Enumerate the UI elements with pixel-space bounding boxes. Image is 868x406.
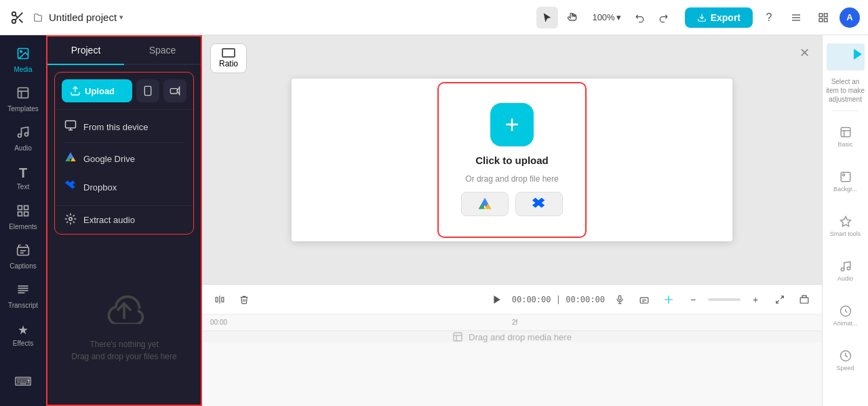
- svg-rect-49: [800, 298, 808, 303]
- cursor-tool-btn[interactable]: [536, 7, 558, 28]
- right-panel-audio[interactable]: Audio: [826, 249, 865, 293]
- svg-marker-42: [494, 296, 500, 304]
- text-label: Text: [17, 183, 29, 190]
- snap-btn[interactable]: [659, 290, 678, 309]
- svg-rect-30: [144, 86, 151, 95]
- svg-point-57: [842, 174, 844, 176]
- svg-line-3: [19, 19, 22, 22]
- upload-overlay-sub: Or drag and drop file here: [465, 174, 558, 184]
- empty-state: There's nothing yet Drag and drop your f…: [47, 241, 201, 405]
- svg-rect-8: [819, 14, 823, 17]
- upload-overlay: + Click to upload Or drag and drop file …: [437, 82, 587, 238]
- close-btn[interactable]: ✕: [795, 43, 814, 62]
- phone-upload-btn[interactable]: [136, 79, 159, 102]
- settings-btn[interactable]: [785, 7, 807, 28]
- templates-label: Templates: [7, 105, 39, 113]
- empty-state-text: There's nothing yet Drag and drop your f…: [71, 338, 176, 363]
- google-drive-item[interactable]: Google Drive: [55, 144, 193, 173]
- google-drive-overlay-btn[interactable]: [461, 192, 509, 216]
- upload-menu-items: From this device Google Drive Dropbox: [55, 110, 193, 204]
- sidebar-item-templates[interactable]: Templates: [3, 80, 43, 118]
- zoom-out-btn[interactable]: −: [684, 290, 703, 309]
- sidebar-item-media[interactable]: Media: [3, 41, 43, 79]
- sidebar-item-text[interactable]: T Text: [3, 159, 43, 197]
- right-panel-basic[interactable]: Basic: [826, 115, 865, 159]
- captions-icon: [16, 243, 30, 260]
- sidebar-item-audio[interactable]: Audio: [3, 119, 43, 157]
- svg-point-13: [20, 50, 22, 52]
- zoom-in-btn[interactable]: +: [746, 290, 765, 309]
- svg-point-18: [25, 132, 28, 136]
- user-avatar[interactable]: A: [840, 7, 860, 28]
- svg-point-0: [12, 12, 16, 16]
- fullscreen-btn[interactable]: [795, 290, 814, 309]
- tab-space[interactable]: Space: [124, 37, 201, 65]
- svg-line-4: [15, 15, 18, 18]
- upload-cloud-icon: [104, 283, 144, 331]
- sidebar-item-effects[interactable]: ★ Effects: [3, 316, 43, 354]
- right-panel-smart-tools[interactable]: Smart tools: [826, 205, 865, 248]
- svg-rect-53: [841, 127, 850, 137]
- zoom-slider[interactable]: [708, 298, 741, 301]
- upload-main-btn[interactable]: Upload: [62, 79, 132, 102]
- svg-rect-50: [454, 333, 462, 341]
- right-panel-divider: [832, 110, 859, 111]
- timeline-toolbar: 00:00:00 | 00:00:00 − +: [202, 285, 822, 314]
- topbar-right: Export ? A: [685, 7, 860, 28]
- svg-rect-14: [18, 87, 28, 98]
- background-label: Backgr...: [833, 186, 857, 192]
- sidebar-item-keyboard[interactable]: ⌨: [3, 363, 43, 401]
- split-tool-btn[interactable]: [210, 290, 229, 309]
- zoom-indicator[interactable]: 100% ▾: [588, 12, 625, 22]
- play-btn[interactable]: [488, 290, 507, 309]
- timeline-time: 00:00:00 | 00:00:00: [512, 295, 605, 304]
- svg-marker-58: [840, 217, 850, 226]
- tab-project[interactable]: Project: [47, 37, 124, 65]
- redo-btn[interactable]: [652, 7, 674, 28]
- svg-rect-46: [640, 298, 648, 303]
- timeline-drop-zone[interactable]: Drag and drop media here: [202, 331, 822, 342]
- app-logo[interactable]: [8, 8, 27, 27]
- help-btn[interactable]: ?: [758, 7, 780, 28]
- sidebar-item-elements[interactable]: Elements: [3, 198, 43, 236]
- dropbox-overlay-btn[interactable]: [515, 192, 563, 216]
- transcript-label: Transcript: [8, 302, 38, 309]
- undo-btn[interactable]: [629, 7, 651, 28]
- svg-rect-9: [824, 14, 827, 17]
- hand-tool-btn[interactable]: [562, 7, 584, 28]
- panel-tabs: Project Space: [47, 37, 201, 65]
- webcam-upload-btn[interactable]: [163, 79, 186, 102]
- canvas-area: Ratio ✕ + Click to upload Or drag and dr…: [202, 35, 822, 406]
- project-name[interactable]: Untitled project ▾: [33, 12, 123, 23]
- fit-btn[interactable]: [770, 290, 789, 309]
- svg-point-59: [841, 268, 844, 271]
- caption-btn[interactable]: [635, 290, 654, 309]
- extract-audio-item[interactable]: Extract audio: [55, 205, 193, 234]
- svg-rect-21: [18, 211, 22, 216]
- sidebar-item-captions[interactable]: Captions: [3, 237, 43, 275]
- upload-overlay-btns: [461, 192, 563, 216]
- mic-btn[interactable]: [610, 290, 629, 309]
- left-panel: Project Space Upload: [46, 35, 202, 406]
- sidebar-item-transcript[interactable]: Transcript: [3, 277, 43, 314]
- layout-btn[interactable]: [812, 7, 834, 28]
- right-panel: Select an item to make adjustment Basic …: [822, 35, 868, 406]
- svg-rect-23: [18, 247, 29, 255]
- svg-point-1: [12, 19, 16, 23]
- upload-plus-btn[interactable]: +: [490, 103, 534, 146]
- upload-section: Upload From this device: [47, 65, 201, 241]
- ratio-icon: [222, 48, 235, 58]
- from-device-item[interactable]: From this device: [55, 113, 193, 141]
- ratio-btn[interactable]: Ratio: [210, 43, 247, 73]
- right-panel-speed[interactable]: Speed: [826, 339, 865, 382]
- text-icon: T: [19, 165, 27, 181]
- extract-audio-label: Extract audio: [83, 215, 135, 225]
- from-device-label: From this device: [83, 122, 148, 132]
- delete-tool-btn[interactable]: [235, 290, 254, 309]
- right-panel-preview: [827, 43, 865, 70]
- right-panel-background[interactable]: Backgr...: [826, 160, 865, 203]
- right-panel-animate[interactable]: Animat...: [826, 294, 865, 338]
- main-layout: Media Templates Audio T Text Elements: [0, 35, 868, 406]
- export-btn[interactable]: Export: [685, 7, 753, 28]
- dropbox-item[interactable]: Dropbox: [55, 173, 193, 201]
